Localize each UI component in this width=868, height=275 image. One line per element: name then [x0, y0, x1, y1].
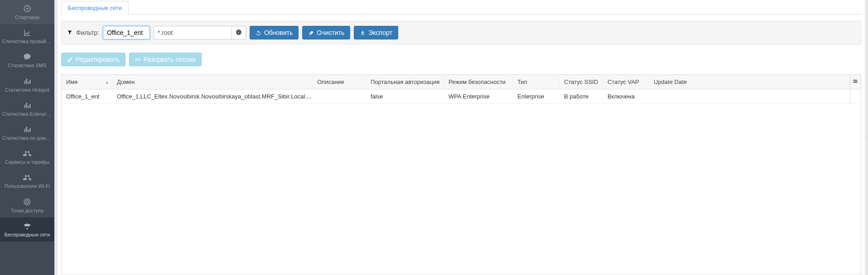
users-icon [23, 173, 31, 182]
tab-label: Беспроводные сети [68, 5, 122, 11]
col-header-update-date[interactable]: Update Date [649, 75, 850, 89]
sidebar-item-wifi-users[interactable]: Пользователи Wi-Fi [0, 169, 54, 193]
col-header-portal-auth[interactable]: Портальная авторизация [366, 75, 444, 89]
domain-input[interactable] [154, 26, 231, 39]
main-content: Беспроводные сети Фильтр: Обновить [58, 0, 865, 275]
download-icon [360, 30, 366, 36]
cell-spacer [850, 89, 861, 103]
refresh-icon [256, 30, 261, 36]
col-header-ssid-status[interactable]: Статус SSID [559, 75, 603, 89]
col-header-domain[interactable]: Домен [112, 75, 313, 89]
sidebar-resize-handle[interactable] [54, 0, 58, 275]
domain-picker-button[interactable] [231, 26, 246, 39]
bullseye-icon [23, 198, 31, 206]
sidebar-item-provider-stats[interactable]: Статистика провайде... [0, 24, 54, 48]
sidebar-item-enterprise-stats[interactable]: Статистика Enterprise [0, 97, 54, 121]
cell-update-date [649, 89, 850, 103]
sidebar-item-label: Точки доступа [11, 208, 43, 214]
sidebar-item-sms-stats[interactable]: Статистика SMS [0, 48, 54, 72]
eraser-icon [308, 30, 314, 36]
sidebar-item-home[interactable]: Стартовая [0, 0, 54, 24]
comment-icon [23, 53, 31, 61]
button-label: Экспорт [368, 29, 392, 36]
button-label: Обновить [264, 29, 293, 36]
cell-domain: Office_1.LLC_Eltex.Novosibirsk.Novosibir… [112, 89, 313, 103]
col-header-description[interactable]: Описание [313, 75, 366, 89]
sidebar-item-access-points[interactable]: Точки доступа [0, 193, 54, 217]
sidebar-item-domain-stats[interactable]: Статистика по домену [0, 121, 54, 145]
filter-label-wrap: Фильтр: [67, 29, 99, 36]
clear-button[interactable]: Очистить [302, 26, 350, 39]
cell-type: Enterprise [513, 89, 559, 103]
filter-icon [67, 29, 72, 36]
sidebar-item-label: Пользователи Wi-Fi [5, 183, 50, 189]
sidebar-item-hotspot-stats[interactable]: Статистика Hotspot [0, 73, 54, 97]
sidebar-item-label: Статистика SMS [8, 63, 47, 69]
globe-icon [236, 29, 242, 37]
cell-description [313, 89, 366, 103]
sidebar-item-label: Стартовая [15, 15, 39, 20]
edit-button[interactable]: Редактировать [61, 53, 125, 66]
sidebar-item-wireless[interactable]: Беспроводные сети [0, 217, 54, 241]
tab-wireless[interactable]: Беспроводные сети [61, 1, 129, 15]
unlink-icon [135, 57, 141, 63]
sidebar-item-label: Беспроводные сети [5, 232, 50, 238]
filter-toolbar: Фильтр: Обновить Очистить Экспорт [61, 21, 861, 44]
cell-security-mode: WPA Enterprise [444, 89, 513, 103]
cell-portal-auth: false [366, 89, 444, 103]
grid-body[interactable]: Office_1_ent Office_1.LLC_Eltex.Novosibi… [62, 89, 861, 275]
col-header-vap-status[interactable]: Статус VAP [603, 75, 649, 89]
button-label: Очистить [317, 29, 344, 36]
cell-vap-status: Включена [603, 89, 649, 103]
play-circle-icon [23, 5, 31, 13]
sidebar: Стартовая Статистика провайде... Статист… [0, 0, 54, 275]
refresh-button[interactable]: Обновить [250, 26, 299, 39]
table-row[interactable]: Office_1_ent Office_1.LLC_Eltex.Novosibi… [62, 89, 861, 104]
line-chart-icon [23, 29, 31, 37]
sidebar-item-label: Статистика провайде... [2, 39, 52, 44]
col-header-name[interactable]: Имя [62, 75, 112, 89]
edit-icon [67, 57, 73, 63]
bar-chart-icon [23, 101, 31, 109]
filter-label: Фильтр: [76, 29, 99, 36]
action-buttons: Редактировать Разорвать сессии [61, 53, 861, 66]
button-label: Редактировать [76, 56, 120, 63]
export-button[interactable]: Экспорт [354, 26, 398, 39]
domain-input-group [154, 26, 246, 39]
col-header-type[interactable]: Тип [513, 75, 559, 89]
bar-chart-icon [23, 125, 31, 133]
sidebar-item-services[interactable]: Сервисы и тарифы [0, 145, 54, 169]
col-header-security-mode[interactable]: Режим безопасности [444, 75, 513, 89]
break-sessions-button[interactable]: Разорвать сессии [129, 53, 202, 66]
users-icon [23, 149, 31, 157]
sidebar-item-label: Сервисы и тарифы [5, 159, 49, 165]
grid-header: Имя Домен Описание Портальная авторизаци… [62, 75, 861, 89]
bar-chart-icon [23, 77, 31, 85]
wifi-icon [23, 222, 31, 230]
sidebar-item-label: Статистика Enterprise [2, 111, 52, 117]
button-label: Разорвать сессии [144, 56, 196, 63]
right-resize-handle[interactable] [865, 0, 868, 275]
cell-ssid-status: В работе [559, 89, 603, 103]
filter-input[interactable] [103, 26, 150, 39]
data-grid: Имя Домен Описание Портальная авторизаци… [61, 74, 861, 275]
sidebar-item-label: Статистика по домену [2, 135, 52, 141]
menu-icon [853, 79, 858, 85]
grid-columns-menu[interactable] [850, 75, 861, 89]
sidebar-item-label: Статистика Hotspot [5, 87, 50, 93]
cell-name: Office_1_ent [62, 89, 112, 103]
tabs: Беспроводные сети [60, 0, 862, 15]
